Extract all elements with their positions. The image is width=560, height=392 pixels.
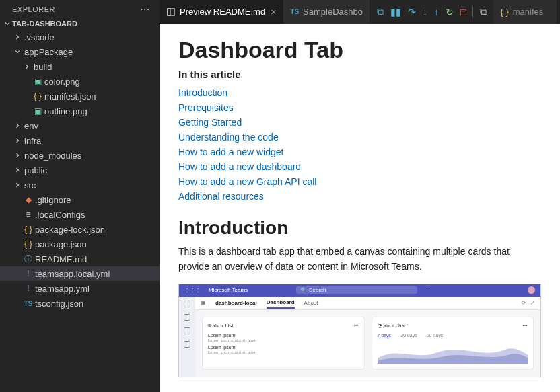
chart-icon: ◔ [378,323,384,329]
list-item-title: Lorem ipsum [208,333,359,338]
preview-icon [166,7,176,17]
toc-link-graph[interactable]: How to add a new Graph API call [178,176,316,187]
chevron-down-icon [12,48,23,56]
range-30d: 30 days [400,333,417,338]
teams-search: 🔍 Search [296,286,417,294]
area-chart [378,341,528,364]
image-icon: ▣ [32,77,43,86]
file-color-png[interactable]: ▣ color.png [0,74,160,89]
step-out-icon[interactable]: ↑ [434,7,439,17]
toc-link-understand[interactable]: Understanding the code [178,132,279,143]
card-your-chart: ◔ Your chart ⋯ 7 days 30 days 60 days [372,317,534,370]
app-icon: ▦ [201,300,206,306]
chevron-right-icon [12,122,23,130]
preview-h2-introduction: Introduction [178,217,541,239]
tree-label: README.md [35,254,87,264]
list-icon: ≡ [208,323,213,329]
tree-label: manifest.json [44,91,96,102]
tree-label: env [24,121,38,131]
file-icon: ≡ [23,210,34,219]
close-icon[interactable]: × [271,7,276,17]
tree-label: teamsapp.yml [35,284,90,294]
run-layout-icon[interactable]: ⧉ [377,6,384,17]
tree-label: .vscode [24,32,55,42]
range-60d: 60 days [427,333,444,338]
tree-label: appPackage [24,47,73,57]
chevron-right-icon [12,33,23,41]
markdown-preview[interactable]: Dashboard Tab In this article Introducti… [160,24,560,392]
tab-preview-readme[interactable]: Preview README.md × [160,0,283,24]
project-header[interactable]: TAB-DASHBOARD [0,17,160,30]
app-name: dashboard-local [215,300,257,306]
toc-link-intro[interactable]: Introduction [178,87,228,98]
editor-actions: ⧉ ▮▮ ↷ ↓ ↑ ↻ □ ⧉ [370,0,493,24]
explorer-title: EXPLORER [12,5,55,13]
in-this-article: In this article [178,69,541,80]
folder-build[interactable]: build [0,59,160,74]
folder-public[interactable]: public [0,163,160,178]
tab-dashboard: Dashboard [267,299,295,309]
step-into-icon[interactable]: ↓ [423,7,427,17]
tab-manifest[interactable]: { } manifes [493,0,557,24]
folder-env[interactable]: env [0,118,160,133]
folder-src[interactable]: src [0,178,160,192]
explorer-more-icon[interactable]: ··· [140,6,150,13]
toc-link-widget[interactable]: How to add a new widget [178,147,283,157]
chevron-right-icon [12,136,23,145]
expand-icon: ⤢ [530,300,535,306]
folder-vscode[interactable]: .vscode [0,30,160,44]
file-localconfigs[interactable]: ≡ .localConfigs [0,207,160,222]
toc-link-getting[interactable]: Getting Started [178,117,242,128]
file-manifest-json[interactable]: { } manifest.json [0,89,160,104]
toc-link-additional[interactable]: Additional resources [178,191,264,202]
more-icon: ⋯ [353,323,359,329]
tree-label: src [24,180,36,190]
tree-label: .gitignore [35,195,71,205]
image-icon: ▣ [32,106,43,116]
file-package-lock[interactable]: { } package-lock.json [0,222,160,237]
card-title: Your List [213,323,234,329]
intro-paragraph: This is a dashboard tab app that embed a… [178,244,541,274]
rail-icon [184,327,190,334]
tree-label: node_modules [24,151,81,161]
file-outline-png[interactable]: ▣ outline.png [0,104,160,118]
more-icon: ⋯ [522,323,528,329]
avatar [528,286,535,294]
chevron-right-icon [12,166,23,174]
list-item-sub: Lorem ipsum dolor sit amet [208,338,359,342]
file-package-json[interactable]: { } package.json [0,237,160,251]
refresh-icon: ⟳ [522,300,526,306]
restart-icon[interactable]: ↻ [446,7,454,17]
teams-rail [179,297,195,377]
editor-tabbar: Preview README.md × TS SampleDashbo ⧉ ▮▮… [160,0,560,24]
folder-appPackage[interactable]: appPackage [0,44,160,59]
tree-label: public [24,165,47,175]
folder-infra[interactable]: infra [0,133,160,148]
chevron-right-icon [22,63,32,71]
separator [473,7,473,17]
ts-icon: TS [290,8,299,15]
tab-label: manifes [513,7,544,17]
pause-icon[interactable]: ▮▮ [390,7,401,17]
tree-label: color.png [44,77,80,87]
file-teamsapp-local-yml[interactable]: ! teamsapp.local.yml [0,266,160,281]
json-icon: { } [23,225,34,234]
file-tsconfig[interactable]: TS tsconfig.json [0,296,160,311]
toc-link-prereq[interactable]: Prerequisites [178,102,234,113]
toc-link-dashboard[interactable]: How to add a new dashboard [178,161,301,172]
file-teamsapp-yml[interactable]: ! teamsapp.yml [0,281,160,296]
teams-screenshot: ⋮⋮⋮ Microsoft Teams 🔍 Search ⋯ [178,284,541,377]
file-readme[interactable]: ⓘ README.md [0,251,160,266]
search-icon: 🔍 [300,287,307,293]
search-placeholder: Search [309,287,326,293]
table-of-contents: Introduction Prerequisites Getting Start… [178,87,541,202]
split-editor-icon[interactable]: ⧉ [480,6,487,17]
chevron-down-icon [3,19,12,28]
tree-label: build [34,62,52,72]
step-over-icon[interactable]: ↷ [408,7,416,17]
stop-icon[interactable]: □ [460,7,466,17]
tab-sample-dashboard[interactable]: TS SampleDashbo [283,0,370,24]
folder-node-modules[interactable]: node_modules [0,148,160,163]
file-gitignore[interactable]: ◆ .gitignore [0,192,160,207]
chevron-right-icon [12,181,23,189]
